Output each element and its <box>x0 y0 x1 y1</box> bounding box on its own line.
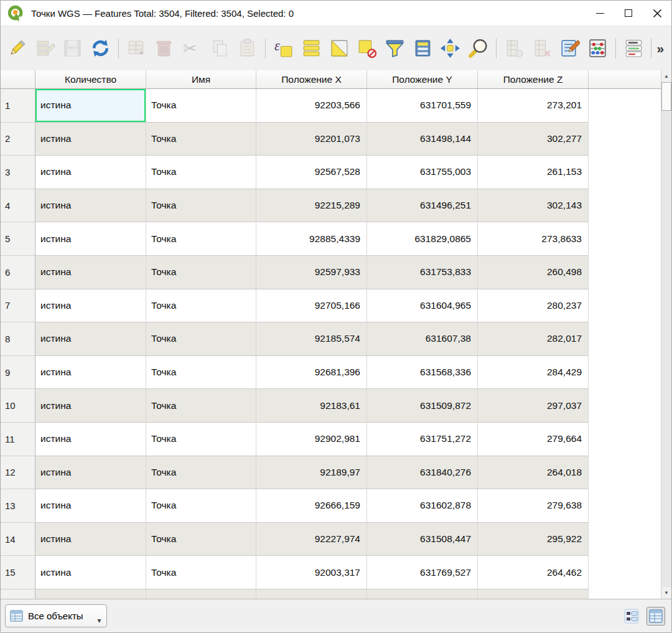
scroll-up-button[interactable]: ▲ <box>661 70 671 82</box>
cell[interactable]: 92183,61 <box>256 389 367 423</box>
form-view-button[interactable] <box>622 607 641 626</box>
cell[interactable]: 631568,336 <box>367 356 478 390</box>
cell[interactable]: Точка <box>146 123 256 156</box>
cell[interactable]: Точка <box>146 222 256 256</box>
row-number[interactable]: 5 <box>1 222 35 256</box>
select-by-expression-button[interactable]: ε <box>271 34 296 63</box>
cell[interactable]: истина <box>35 156 146 189</box>
cell[interactable]: 279,664 <box>478 423 589 456</box>
close-button[interactable] <box>643 1 671 26</box>
toolbar-overflow-button[interactable]: » <box>656 41 663 56</box>
cell[interactable]: истина <box>35 389 146 423</box>
cell[interactable]: 631840,276 <box>367 456 478 490</box>
row-number[interactable]: 1 <box>1 89 35 123</box>
row-number[interactable]: 13 <box>1 489 35 523</box>
maximize-button[interactable] <box>614 1 643 26</box>
cell[interactable]: 92227,974 <box>256 523 367 556</box>
row-number[interactable]: 9 <box>1 356 35 390</box>
field-calculator-button[interactable] <box>585 34 610 63</box>
column-header[interactable]: Положение Z <box>478 70 589 88</box>
cell[interactable]: Точка <box>146 356 256 390</box>
cell[interactable]: 631753,833 <box>367 256 478 289</box>
cell[interactable]: 302,143 <box>478 189 589 223</box>
cell[interactable]: истина <box>35 523 146 556</box>
cell[interactable]: 92189,97 <box>256 456 367 490</box>
cell[interactable]: 92567,528 <box>256 156 367 189</box>
column-header[interactable]: Положение X <box>256 70 367 88</box>
cell[interactable]: 92215,289 <box>256 189 367 223</box>
cell[interactable]: 92666,159 <box>256 489 367 523</box>
cell[interactable]: 92597,933 <box>256 256 367 289</box>
row-number[interactable] <box>1 589 35 599</box>
select-all-button[interactable] <box>299 34 324 63</box>
cell[interactable]: 297,037 <box>478 389 589 423</box>
cell[interactable]: 631496,251 <box>367 189 478 223</box>
cell[interactable]: 302,277 <box>478 123 589 156</box>
cell[interactable]: истина <box>35 556 146 589</box>
cell[interactable]: 631509,872 <box>367 389 478 423</box>
cell[interactable]: 631769,527 <box>367 556 478 589</box>
column-header[interactable]: Имя <box>146 70 256 88</box>
row-number[interactable]: 12 <box>1 456 35 490</box>
cell[interactable]: 631604,965 <box>367 289 478 323</box>
cell[interactable]: 273,8633 <box>478 222 589 256</box>
cell[interactable]: 631701,559 <box>367 89 478 123</box>
cell[interactable]: 280,237 <box>478 289 589 323</box>
deselect-all-button[interactable] <box>354 34 380 63</box>
cell[interactable]: 264,018 <box>478 456 589 490</box>
cell[interactable]: Точка <box>146 556 256 589</box>
row-number[interactable]: 6 <box>1 256 35 289</box>
cell[interactable] <box>367 589 478 599</box>
cell[interactable]: истина <box>35 189 146 223</box>
cell[interactable]: 92705,166 <box>256 289 367 323</box>
move-selection-top-button[interactable] <box>410 34 436 63</box>
cell[interactable]: Точка <box>146 423 256 456</box>
cell[interactable]: истина <box>35 423 146 456</box>
cell[interactable]: истина <box>35 256 146 289</box>
cell[interactable]: 631755,003 <box>367 156 478 189</box>
cell[interactable]: 92885,4339 <box>256 222 367 256</box>
column-header[interactable]: Количество <box>35 70 146 88</box>
conditional-formatting-button[interactable] <box>621 34 646 63</box>
row-number[interactable]: 8 <box>1 322 35 356</box>
scrollbar-track[interactable] <box>661 111 671 587</box>
cell[interactable]: истина <box>35 456 146 490</box>
row-number[interactable]: 4 <box>1 189 35 223</box>
vertical-scrollbar[interactable]: ▲ ▼ <box>661 70 671 599</box>
row-number[interactable]: 10 <box>1 389 35 423</box>
cell[interactable]: истина <box>35 89 146 123</box>
cell[interactable]: Точка <box>146 456 256 490</box>
cell[interactable]: истина <box>35 489 146 523</box>
cell[interactable]: 282,017 <box>478 322 589 356</box>
cell[interactable]: 631602,878 <box>367 489 478 523</box>
cell[interactable]: 260,498 <box>478 256 589 289</box>
cell[interactable]: Точка <box>146 189 256 223</box>
cell[interactable]: истина <box>35 356 146 390</box>
cell[interactable]: 273,201 <box>478 89 589 123</box>
cell[interactable]: 279,638 <box>478 489 589 523</box>
cell[interactable]: 631508,447 <box>367 523 478 556</box>
cell[interactable]: 295,922 <box>478 523 589 556</box>
cell[interactable]: 92185,574 <box>256 322 367 356</box>
reload-table-button[interactable] <box>88 34 113 63</box>
cell[interactable]: 92681,396 <box>256 356 367 390</box>
cell[interactable]: Точка <box>146 389 256 423</box>
cell[interactable]: истина <box>35 322 146 356</box>
cell[interactable]: Точка <box>146 489 256 523</box>
feature-filter-button[interactable]: Все объекты ▾ <box>5 604 107 627</box>
toggle-editing-button[interactable] <box>4 34 30 63</box>
row-number[interactable]: 11 <box>1 423 35 456</box>
minimize-button[interactable] <box>586 1 614 26</box>
cell[interactable]: 284,429 <box>478 356 589 390</box>
cell[interactable]: 92003,317 <box>256 556 367 589</box>
cell[interactable]: Точка <box>146 156 256 189</box>
cell[interactable]: истина <box>35 289 146 323</box>
cell[interactable]: истина <box>35 123 146 156</box>
cell[interactable]: 631498,144 <box>367 123 478 156</box>
zoom-to-selected-button[interactable] <box>465 34 491 63</box>
cell[interactable]: 92902,981 <box>256 423 367 456</box>
cell[interactable]: 631829,0865 <box>367 222 478 256</box>
row-number-header[interactable] <box>1 70 35 88</box>
cell[interactable] <box>256 589 367 599</box>
column-header[interactable]: Положение Y <box>367 70 478 88</box>
